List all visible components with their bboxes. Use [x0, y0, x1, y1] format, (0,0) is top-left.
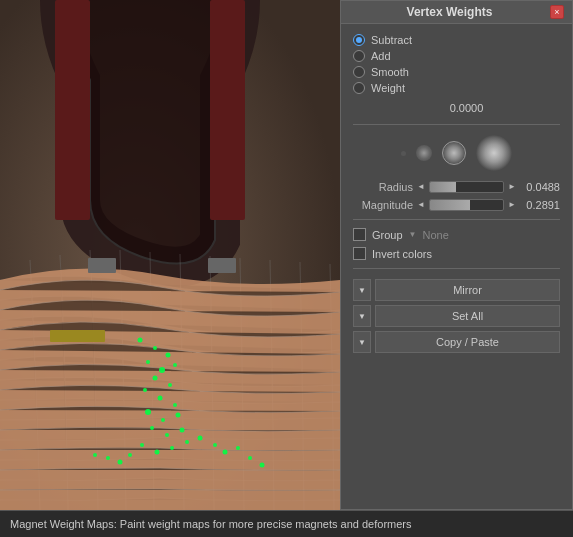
setall-arrow[interactable]: ▼ [353, 305, 371, 327]
svg-point-4 [138, 338, 143, 343]
svg-point-16 [161, 418, 165, 422]
status-text: Magnet Weight Maps: Paint weight maps fo… [10, 518, 411, 530]
action-buttons: ▼ Mirror ▼ Set All ▼ Copy / Paste [353, 279, 560, 353]
svg-point-6 [166, 353, 171, 358]
svg-point-13 [158, 396, 163, 401]
statusbar: Magnet Weight Maps: Paint weight maps fo… [0, 510, 573, 537]
panel-titlebar: Vertex Weights × [341, 1, 572, 24]
svg-point-27 [223, 450, 228, 455]
3d-viewport [0, 0, 340, 510]
svg-point-23 [170, 446, 174, 450]
radio-add[interactable]: Add [353, 50, 560, 62]
svg-point-26 [213, 443, 217, 447]
close-button[interactable]: × [550, 5, 564, 19]
svg-point-21 [140, 443, 144, 447]
mirror-arrow[interactable]: ▼ [353, 279, 371, 301]
svg-point-22 [155, 450, 160, 455]
svg-point-31 [106, 456, 110, 460]
magnitude-label: Magnitude [353, 199, 413, 211]
magnitude-row: Magnitude ◄ ► 0.2891 [353, 199, 560, 211]
svg-point-20 [180, 428, 185, 433]
svg-rect-2 [210, 0, 245, 220]
svg-point-25 [198, 436, 203, 441]
svg-point-9 [173, 363, 177, 367]
svg-rect-1 [55, 0, 90, 220]
svg-rect-3 [50, 330, 105, 342]
group-label: Group [372, 229, 403, 241]
copypaste-arrow[interactable]: ▼ [353, 331, 371, 353]
group-dropdown-arrow[interactable]: ▼ [409, 230, 417, 239]
svg-point-15 [145, 409, 151, 415]
radius-value: 0.0488 [520, 181, 560, 193]
weight-value: 0.0000 [373, 102, 560, 114]
magnitude-slider[interactable] [429, 199, 504, 211]
radius-left-arrow[interactable]: ◄ [417, 183, 425, 191]
radio-smooth-circle[interactable] [353, 66, 365, 78]
invert-row: Invert colors [353, 247, 560, 260]
svg-point-14 [173, 403, 177, 407]
brush-preview-row [353, 135, 560, 171]
group-none-label: None [423, 229, 449, 241]
radius-right-arrow[interactable]: ► [508, 183, 516, 191]
divider-3 [353, 268, 560, 269]
svg-point-8 [159, 367, 165, 373]
radio-smooth-label: Smooth [371, 66, 409, 78]
radius-label: Radius [353, 181, 413, 193]
magnitude-fill [430, 200, 470, 210]
copypaste-button[interactable]: Copy / Paste [375, 331, 560, 353]
radius-slider[interactable] [429, 181, 504, 193]
group-row: Group ▼ None [353, 228, 560, 241]
invert-checkbox[interactable] [353, 247, 366, 260]
svg-rect-35 [88, 258, 116, 273]
mirror-btn-row: ▼ Mirror [353, 279, 560, 301]
setall-btn-row: ▼ Set All [353, 305, 560, 327]
brush-small[interactable] [416, 145, 432, 161]
radio-weight[interactable]: Weight [353, 82, 560, 94]
group-checkbox[interactable] [353, 228, 366, 241]
svg-point-24 [185, 440, 189, 444]
panel-title: Vertex Weights [349, 5, 550, 19]
svg-point-33 [248, 456, 252, 460]
divider-1 [353, 124, 560, 125]
svg-point-10 [153, 376, 158, 381]
svg-point-28 [236, 446, 240, 450]
mirror-button[interactable]: Mirror [375, 279, 560, 301]
svg-point-19 [165, 433, 169, 437]
paint-mode-group: Subtract Add Smooth Weight [353, 34, 560, 94]
magnitude-left-arrow[interactable]: ◄ [417, 201, 425, 209]
invert-label: Invert colors [372, 248, 432, 260]
copypaste-btn-row: ▼ Copy / Paste [353, 331, 560, 353]
svg-point-5 [153, 346, 157, 350]
svg-point-18 [150, 426, 154, 430]
svg-point-30 [118, 460, 123, 465]
magnitude-value: 0.2891 [520, 199, 560, 211]
radius-fill [430, 182, 456, 192]
vertex-weights-panel: Vertex Weights × Subtract Add Smooth Wei… [340, 0, 573, 510]
radius-row: Radius ◄ ► 0.0488 [353, 181, 560, 193]
radio-weight-label: Weight [371, 82, 405, 94]
svg-point-7 [146, 360, 150, 364]
radio-add-label: Add [371, 50, 391, 62]
radio-subtract-label: Subtract [371, 34, 412, 46]
radio-smooth[interactable]: Smooth [353, 66, 560, 78]
radio-weight-circle[interactable] [353, 82, 365, 94]
svg-point-17 [176, 413, 181, 418]
svg-rect-36 [208, 258, 236, 273]
svg-point-32 [93, 453, 97, 457]
svg-point-29 [128, 453, 132, 457]
brush-large[interactable] [476, 135, 512, 171]
setall-button[interactable]: Set All [375, 305, 560, 327]
brush-tiny[interactable] [401, 151, 406, 156]
radio-subtract[interactable]: Subtract [353, 34, 560, 46]
radio-subtract-circle[interactable] [353, 34, 365, 46]
brush-medium[interactable] [442, 141, 466, 165]
magnitude-right-arrow[interactable]: ► [508, 201, 516, 209]
svg-point-34 [260, 463, 265, 468]
divider-2 [353, 219, 560, 220]
svg-point-11 [168, 383, 172, 387]
svg-point-12 [143, 388, 147, 392]
panel-content: Subtract Add Smooth Weight 0.0000 [341, 24, 572, 509]
radio-add-circle[interactable] [353, 50, 365, 62]
